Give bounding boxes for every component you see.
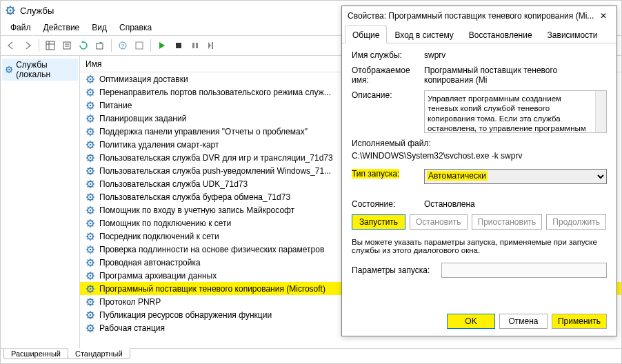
start-button[interactable]: Запустить	[352, 214, 405, 230]
list-icon[interactable]	[132, 38, 147, 53]
tab-deps[interactable]: Зависимости	[540, 26, 605, 43]
apply-button[interactable]: Применить	[552, 314, 607, 329]
gear-icon	[86, 101, 95, 110]
tab-extended[interactable]: Расширенный	[3, 349, 68, 359]
toolbar-sep2	[111, 39, 112, 52]
params-input[interactable]	[441, 263, 607, 278]
svg-rect-21	[192, 43, 194, 48]
gear-icon	[86, 258, 95, 267]
service-name: Посредник подключений к сети	[99, 232, 219, 241]
stop-icon[interactable]	[171, 38, 186, 53]
label-params: Параметры запуска:	[352, 265, 441, 275]
value-display-name: Программный поставщик теневого копирован…	[424, 65, 607, 85]
value-service-name: swprv	[424, 50, 607, 60]
stop-button[interactable]: Остановить	[410, 214, 468, 230]
tab-logon[interactable]: Вход в систему	[387, 26, 461, 43]
menu-help[interactable]: Справка	[114, 21, 157, 34]
gear-icon	[86, 179, 95, 189]
gear-icon	[86, 323, 95, 333]
ok-button[interactable]: OK	[447, 314, 495, 329]
gear-icon	[86, 192, 95, 202]
tab-general[interactable]: Общие	[345, 26, 387, 43]
startup-type-select[interactable]	[424, 169, 607, 184]
svg-rect-22	[196, 43, 198, 48]
toolbar-sep3	[150, 39, 151, 52]
toolbar-sep	[39, 39, 39, 52]
dialog-title: Свойства: Программный поставщик теневого…	[348, 11, 594, 21]
note-text: Вы можете указать параметры запуска, при…	[352, 238, 607, 254]
svg-rect-19	[136, 42, 143, 49]
gear-icon	[86, 114, 95, 123]
svg-text:?: ?	[121, 43, 125, 49]
svg-rect-16	[97, 43, 103, 49]
gear-icon	[86, 297, 95, 307]
value-state: Остановлена	[424, 199, 607, 209]
services-icon	[5, 5, 16, 16]
tab-recovery[interactable]: Восстановление	[461, 26, 540, 43]
pause-icon[interactable]	[188, 38, 203, 53]
gear-icon	[86, 205, 95, 215]
start-icon[interactable]	[154, 38, 170, 53]
pause-button[interactable]: Приостановить	[472, 214, 543, 230]
gear-icon	[86, 74, 95, 84]
properties-icon[interactable]	[59, 38, 74, 53]
gear-icon	[86, 245, 95, 254]
tab-standard[interactable]: Стандартный	[68, 348, 130, 359]
svg-rect-10	[46, 41, 54, 50]
label-state: Состояние:	[352, 199, 424, 209]
dialog-tabs: Общие Вход в систему Восстановление Зави…	[342, 26, 616, 43]
label-executable: Исполняемый файл:	[352, 139, 607, 148]
resume-button[interactable]: Продолжить	[546, 214, 606, 230]
tree-pane: Службы (локальн	[1, 56, 80, 348]
gear-icon	[86, 219, 95, 228]
service-name: Питание	[99, 101, 132, 110]
service-name: Политика удаления смарт-карт	[99, 140, 219, 150]
back-button[interactable]	[3, 38, 19, 53]
service-name: Публикация ресурсов обнаружения функции	[99, 310, 272, 320]
restart-icon[interactable]	[204, 38, 219, 53]
tree-root-services[interactable]: Службы (локальн	[2, 59, 78, 81]
service-name: Протокол PNRP	[99, 297, 161, 307]
menu-view[interactable]: Вид	[86, 21, 112, 34]
label-description: Описание:	[352, 90, 424, 100]
label-display-name: Отображаемое имя:	[352, 65, 424, 85]
cancel-button[interactable]: Отмена	[499, 314, 548, 329]
details-icon[interactable]	[43, 38, 58, 53]
service-name: Помощник по подключению к сети	[99, 219, 231, 228]
service-name: Проводная автонастройка	[99, 258, 201, 267]
value-executable: C:\WINDOWS\System32\svchost.exe -k swprv	[352, 151, 607, 161]
service-name: Проверка подлинности на основе физически…	[99, 245, 324, 254]
gear-icon	[86, 284, 95, 294]
gear-icon	[86, 310, 95, 320]
gear-icon	[86, 127, 95, 136]
help-icon[interactable]: ?	[115, 38, 130, 53]
export-icon[interactable]	[92, 38, 108, 53]
service-name: Пользовательская служба DVR для игр и тр…	[99, 153, 333, 163]
properties-dialog: Свойства: Программный поставщик теневого…	[341, 6, 617, 336]
gear-icon	[86, 271, 95, 281]
service-name: Пользовательская служба push-уведомлений…	[99, 166, 331, 176]
window-title: Службы	[20, 6, 54, 16]
gear-icon	[86, 140, 95, 150]
value-description: Управляет программным созданием теневых …	[424, 90, 607, 133]
refresh-icon[interactable]	[76, 38, 91, 53]
service-name: Поддержка панели управления "Отчеты о пр…	[99, 127, 308, 136]
dialog-titlebar: Свойства: Программный поставщик теневого…	[342, 6, 616, 26]
menu-action[interactable]: Действие	[38, 21, 86, 34]
gear-icon	[86, 88, 95, 97]
gear-icon	[86, 153, 95, 163]
gear-icon	[5, 65, 13, 74]
service-name: Программный поставщик теневого копирован…	[99, 284, 325, 294]
tree-root-label: Службы (локальн	[16, 60, 75, 79]
desc-scrollbar[interactable]	[595, 91, 606, 132]
menu-file[interactable]: Файл	[5, 21, 37, 34]
service-name: Рабочая станция	[99, 323, 165, 333]
label-startup-type: Тип запуска:	[352, 169, 399, 179]
close-icon[interactable]: ✕	[596, 10, 611, 22]
service-name: Оптимизация доставки	[99, 74, 188, 84]
svg-rect-20	[176, 43, 181, 48]
svg-rect-13	[63, 42, 70, 49]
service-name: Программа архивации данных	[99, 271, 217, 281]
service-name: Пользовательская служба UDK_71d73	[99, 179, 248, 189]
forward-button[interactable]	[20, 38, 35, 53]
